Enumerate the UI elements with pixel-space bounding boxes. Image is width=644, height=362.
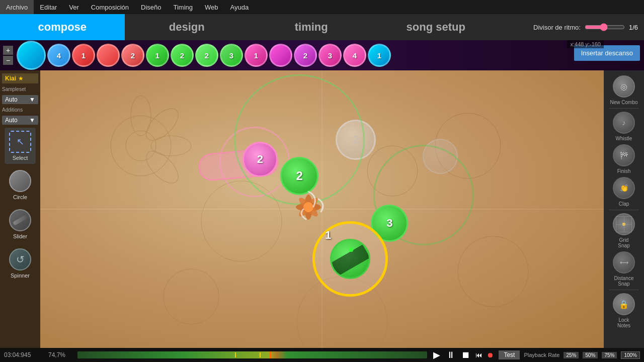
select-label: Select (13, 155, 28, 161)
sampleset-label: Sampleset (2, 86, 26, 92)
slider-tool[interactable]: Slider (5, 206, 36, 242)
progress-bar-container[interactable] (77, 351, 427, 358)
lock-notes-tool[interactable]: 🔒 LockNotes (607, 293, 641, 328)
grid-snap-tool[interactable]: GridSnap (607, 213, 641, 248)
lock-notes-icon: 🔒 (613, 293, 635, 315)
clap-tool[interactable]: 👏 Clap (607, 177, 641, 207)
sampleset-dropdown[interactable]: Auto▼ (2, 95, 38, 104)
timeline-circle-14[interactable]: 1 (368, 44, 391, 67)
lock-notes-label: LockNotes (617, 317, 630, 328)
divider-2 (609, 210, 639, 210)
divider-1 (609, 108, 639, 109)
whistle-icon: ♪ (613, 112, 635, 134)
timeline-sub-btn[interactable]: − (3, 56, 13, 65)
timeline-circle-10[interactable] (269, 44, 292, 67)
test-button[interactable]: Test (499, 350, 520, 359)
distance-snap-tool[interactable]: ⟷ DistanceSnap (607, 251, 641, 287)
timeline-circle-9[interactable]: 1 (245, 44, 268, 67)
menu-editar[interactable]: Editar (34, 0, 63, 14)
time-display: 03:04:945 (4, 351, 44, 358)
stop-button[interactable]: ⏹ (459, 350, 472, 360)
timeline[interactable]: + − 412122312341 Insertar descanso (0, 40, 644, 70)
slider-label: Slider (13, 233, 27, 239)
timeline-circle-2[interactable]: 1 (72, 44, 95, 67)
timeline-circle-6[interactable]: 2 (171, 44, 194, 67)
timeline-circle-5[interactable]: 1 (146, 44, 169, 67)
svg-point-6 (164, 269, 219, 324)
rhythm-label: Divisor de ritmo: (533, 24, 581, 31)
svg-point-4 (458, 236, 528, 307)
tab-bar: compose design timing song setup (0, 14, 498, 40)
timeline-circle-8[interactable]: 3 (220, 44, 243, 67)
timing-mark-1 (235, 352, 236, 357)
playback-rate-label: Playback Rate (524, 352, 559, 358)
spinner-tool[interactable]: ↺ Spinner (5, 245, 36, 282)
playback-controls: ▶ ⏸ ⏹ ⏮ ⏺ (431, 349, 495, 360)
menu-ayuda[interactable]: Ayuda (224, 0, 255, 14)
tab-song-setup[interactable]: song setup (374, 14, 499, 40)
main-area: Kiai ★ Sampleset Auto▼ Additions Auto▼ ↖… (0, 70, 644, 348)
right-sidebar: ◎ New Combo ♪ Whistle 🏁 Finish 👏 Clap (604, 70, 644, 348)
new-combo-tool[interactable]: ◎ New Combo (607, 75, 641, 105)
svg-point-1 (126, 131, 156, 161)
new-combo-label: New Combo (610, 100, 637, 105)
rate-25-btn[interactable]: 25% (564, 352, 579, 358)
pause-button[interactable]: ⏸ (444, 350, 457, 360)
finish-label: Finish (617, 168, 631, 174)
timeline-circle-3[interactable] (97, 44, 120, 67)
active-spinner[interactable]: 1 (312, 221, 388, 297)
rhythm-slider[interactable] (585, 23, 625, 31)
clap-label: Clap (619, 201, 629, 207)
tab-timing[interactable]: timing (249, 14, 374, 40)
kiai-star-icon: ★ (18, 75, 24, 82)
menu-ver[interactable]: Ver (63, 0, 85, 14)
menu-composicion[interactable]: Composición (85, 0, 135, 14)
timeline-add-btn[interactable]: + (3, 46, 13, 55)
circle-tool[interactable]: Circle (5, 167, 36, 203)
grid-snap-label: GridSnap (618, 237, 629, 248)
tab-design[interactable]: design (125, 14, 250, 40)
slider-icon (9, 209, 31, 231)
rate-50-btn[interactable]: 50% (583, 352, 598, 358)
select-tool[interactable]: ↖ Select (5, 128, 36, 164)
whistle-tool[interactable]: ♪ Whistle (607, 112, 641, 141)
distance-snap-icon: ⟷ (613, 251, 635, 274)
tab-compose[interactable]: compose (0, 14, 125, 40)
menubar: Archivo Editar Ver Composición Diseño Ti… (0, 0, 644, 14)
circle-icon (9, 170, 31, 192)
spinner-label: Spinner (11, 273, 30, 279)
distance-snap-label: DistanceSnap (614, 276, 634, 287)
record-button[interactable]: ⏺ (486, 351, 495, 359)
timeline-circle-11[interactable]: 2 (294, 44, 317, 67)
svg-point-0 (111, 116, 171, 176)
spinner-icon: ↺ (9, 248, 31, 270)
rate-75-btn[interactable]: 75% (602, 352, 617, 358)
clap-icon: 👏 (613, 177, 635, 199)
menu-web[interactable]: Web (199, 0, 224, 14)
timeline-circle-1[interactable]: 4 (47, 44, 70, 67)
canvas-area[interactable]: 2 2 2 3 (40, 70, 604, 348)
rate-100-btn[interactable]: 100% (621, 351, 640, 359)
play-button[interactable]: ▶ (431, 349, 442, 360)
left-sidebar: Kiai ★ Sampleset Auto▼ Additions Auto▼ ↖… (0, 70, 40, 348)
circle-label: Circle (13, 194, 27, 200)
finish-tool[interactable]: 🏁 Finish (607, 144, 641, 174)
menu-diseno[interactable]: Diseño (135, 0, 167, 14)
rhythm-section: Divisor de ritmo: 1/6 (498, 14, 644, 40)
kiai-bar: Kiai ★ (2, 73, 38, 83)
additions-dropdown[interactable]: Auto▼ (2, 116, 38, 125)
prev-frame-button[interactable]: ⏮ (474, 351, 484, 359)
timeline-circle-4[interactable]: 2 (121, 44, 144, 67)
rhythm-value: 1/6 (629, 24, 638, 31)
timeline-circle-7[interactable]: 2 (195, 44, 218, 67)
timeline-circle-12[interactable]: 3 (318, 44, 342, 67)
timing-mark-2 (260, 352, 261, 357)
menu-timing[interactable]: Timing (167, 0, 199, 14)
timeline-circle-13[interactable]: 4 (343, 44, 366, 67)
timeline-controls: + − (3, 46, 13, 65)
slider-tail-decorations (288, 182, 329, 222)
grid-snap-icon (613, 213, 635, 235)
timeline-circle-0[interactable] (17, 41, 46, 70)
menu-archivo[interactable]: Archivo (0, 0, 34, 14)
inner-green-circle (330, 239, 370, 279)
